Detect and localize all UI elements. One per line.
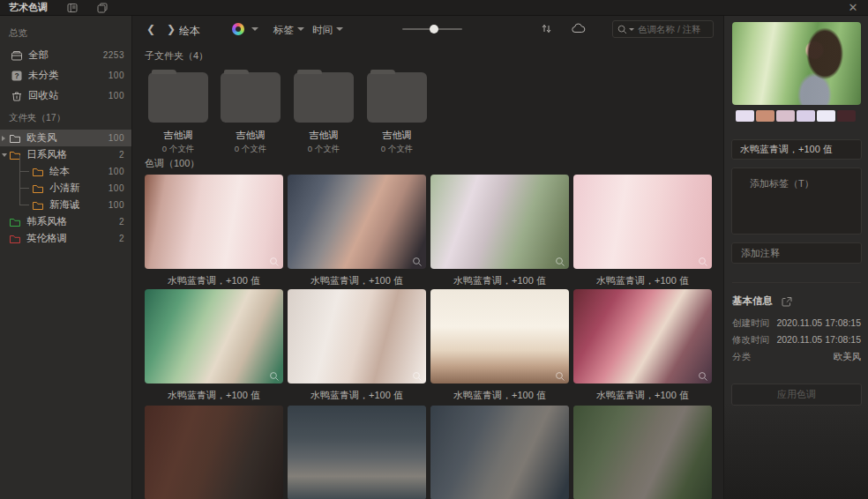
thumbnail-size-slider[interactable] bbox=[402, 28, 462, 30]
sidebar-toggle-icon[interactable] bbox=[67, 3, 78, 13]
main-content: ❮ ❯ 绘本 标签 时间 子文件夹（4） 吉他调 bbox=[133, 16, 723, 499]
search-input[interactable] bbox=[638, 24, 708, 34]
palette-item[interactable] bbox=[430, 406, 569, 499]
sidebar-item-all[interactable]: 全部 2253 bbox=[0, 45, 131, 65]
palette-thumbnail[interactable] bbox=[573, 175, 712, 269]
palette-item[interactable]: 水鸭蓝青调，+100 值 bbox=[288, 175, 426, 287]
magnifier-icon[interactable] bbox=[698, 369, 708, 380]
subfolder-card[interactable]: 吉他调 0 个文件 bbox=[221, 72, 281, 155]
tag-filter-label[interactable]: 标签 bbox=[273, 24, 294, 37]
sidebar-folder-oumeifeng[interactable]: 欧美风 100 bbox=[0, 130, 131, 146]
chevron-down-icon[interactable] bbox=[251, 27, 258, 32]
windows-layout-icon[interactable] bbox=[97, 3, 108, 13]
tree-connector bbox=[19, 172, 29, 189]
sidebar-folder-label: 小清新 bbox=[49, 182, 108, 195]
forward-icon[interactable]: ❯ bbox=[164, 22, 178, 36]
note-field[interactable]: 添加注释 bbox=[731, 242, 862, 264]
chevron-down-icon[interactable] bbox=[297, 27, 304, 32]
export-icon[interactable] bbox=[782, 296, 792, 307]
sort-icon[interactable] bbox=[539, 21, 554, 36]
folder-icon bbox=[9, 233, 21, 245]
chevron-down-icon[interactable] bbox=[629, 28, 635, 33]
palette-thumbnail[interactable] bbox=[288, 406, 426, 499]
chevron-down-icon[interactable] bbox=[2, 153, 7, 157]
app-window: 艺术色调 ✕ 总览 全部 2253 ? 未分类 100 回收站 100 文件夹（… bbox=[0, 0, 868, 499]
palette-item[interactable]: 水鸭蓝青调，+100 值 bbox=[573, 175, 712, 287]
current-folder-title: 绘本 bbox=[179, 24, 200, 39]
sidebar-folder-yinglungediao[interactable]: 英伦格调 2 bbox=[0, 230, 131, 247]
folder-icon bbox=[32, 199, 44, 212]
palette-thumbnail[interactable] bbox=[430, 289, 569, 384]
palette-thumbnail[interactable] bbox=[288, 289, 426, 384]
palette-thumbnail[interactable] bbox=[145, 289, 283, 384]
selected-photo-preview[interactable] bbox=[732, 22, 861, 105]
sidebar-folder-xinhaicheng[interactable]: 新海诚 100 bbox=[0, 197, 131, 213]
subfolder-thumbnail[interactable] bbox=[294, 72, 354, 123]
palette-thumbnail[interactable] bbox=[573, 406, 712, 499]
magnifier-icon[interactable] bbox=[269, 255, 280, 265]
palette-thumbnail[interactable] bbox=[430, 175, 569, 269]
palette-name-field[interactable]: 水鸭蓝青调，+100 值 bbox=[731, 139, 862, 160]
magnifier-icon[interactable] bbox=[555, 255, 565, 265]
color-swatch[interactable] bbox=[837, 110, 856, 122]
magnifier-icon[interactable] bbox=[698, 255, 708, 265]
time-filter-label[interactable]: 时间 bbox=[312, 24, 333, 37]
palette-item[interactable] bbox=[145, 406, 283, 499]
tags-field[interactable]: 添加标签（T） bbox=[731, 168, 862, 235]
color-swatch[interactable] bbox=[736, 110, 754, 122]
slider-thumb[interactable] bbox=[430, 25, 438, 34]
palette-item[interactable]: 水鸭蓝青调，+100 值 bbox=[288, 289, 426, 402]
palette-item[interactable] bbox=[573, 406, 712, 499]
palette-caption: 水鸭蓝青调，+100 值 bbox=[145, 389, 283, 402]
toolbar: ❮ ❯ 绘本 标签 时间 bbox=[133, 16, 723, 42]
magnifier-icon[interactable] bbox=[412, 369, 423, 380]
magnifier-icon[interactable] bbox=[269, 369, 280, 380]
subfolder-card[interactable]: 吉他调 0 个文件 bbox=[294, 72, 354, 155]
sidebar-folder-label: 绘本 bbox=[49, 165, 108, 178]
cloud-sync-icon[interactable] bbox=[571, 21, 586, 36]
subfolder-thumbnail[interactable] bbox=[148, 72, 208, 123]
palette-thumbnail[interactable] bbox=[145, 406, 283, 499]
subfolder-count: 0 个文件 bbox=[367, 144, 427, 155]
sidebar-folder-count: 2 bbox=[119, 234, 124, 243]
chevron-right-icon[interactable] bbox=[2, 136, 5, 141]
palette-item[interactable] bbox=[288, 406, 426, 499]
color-swatch[interactable] bbox=[756, 110, 774, 122]
back-icon[interactable]: ❮ bbox=[144, 22, 158, 36]
palette-caption: 水鸭蓝青调，+100 值 bbox=[573, 389, 712, 402]
sidebar-folder-count: 100 bbox=[108, 167, 124, 176]
palette-item[interactable]: 水鸭蓝青调，+100 值 bbox=[145, 289, 283, 402]
subfolders-section-label: 子文件夹（4） bbox=[145, 49, 208, 63]
palette-thumbnail[interactable] bbox=[430, 406, 569, 499]
subfolder-name: 吉他调 bbox=[367, 129, 427, 142]
sidebar-item-trash[interactable]: 回收站 100 bbox=[0, 86, 131, 106]
color-swatch[interactable] bbox=[776, 110, 795, 122]
folder-icon bbox=[32, 166, 44, 178]
palette-item[interactable]: 水鸭蓝青调，+100 值 bbox=[430, 175, 569, 287]
sidebar-folder-hanxifengge[interactable]: 韩系风格 2 bbox=[0, 213, 131, 230]
color-filter-icon[interactable] bbox=[232, 23, 244, 35]
sidebar-item-label: 回收站 bbox=[28, 89, 108, 102]
palette-thumbnail[interactable] bbox=[288, 175, 426, 269]
close-icon[interactable]: ✕ bbox=[847, 2, 859, 14]
color-swatch[interactable] bbox=[817, 110, 835, 122]
subfolder-thumbnail[interactable] bbox=[221, 72, 281, 123]
tree-connector bbox=[19, 189, 29, 205]
palette-item[interactable]: 水鸭蓝青调，+100 值 bbox=[430, 289, 569, 402]
color-swatch[interactable] bbox=[797, 110, 815, 122]
chevron-down-icon[interactable] bbox=[336, 27, 343, 32]
subfolder-card[interactable]: 吉他调 0 个文件 bbox=[367, 72, 427, 155]
subfolder-thumbnail[interactable] bbox=[367, 72, 427, 123]
palette-thumbnail[interactable] bbox=[573, 289, 712, 384]
palette-item[interactable]: 水鸭蓝青调，+100 值 bbox=[145, 175, 283, 287]
subfolder-card[interactable]: 吉他调 0 个文件 bbox=[148, 72, 208, 155]
palette-thumbnail[interactable] bbox=[145, 175, 283, 269]
basic-info-header: 基本信息 bbox=[732, 282, 861, 308]
magnifier-icon[interactable] bbox=[412, 255, 423, 265]
sidebar-item-uncategorized[interactable]: ? 未分类 100 bbox=[0, 65, 131, 86]
search-box[interactable] bbox=[612, 20, 714, 38]
sidebar-folder-label: 日系风格 bbox=[26, 148, 119, 161]
apply-palette-button[interactable]: 应用色调 bbox=[731, 384, 862, 406]
magnifier-icon[interactable] bbox=[555, 369, 565, 380]
palette-item[interactable]: 水鸭蓝青调，+100 值 bbox=[573, 289, 712, 402]
